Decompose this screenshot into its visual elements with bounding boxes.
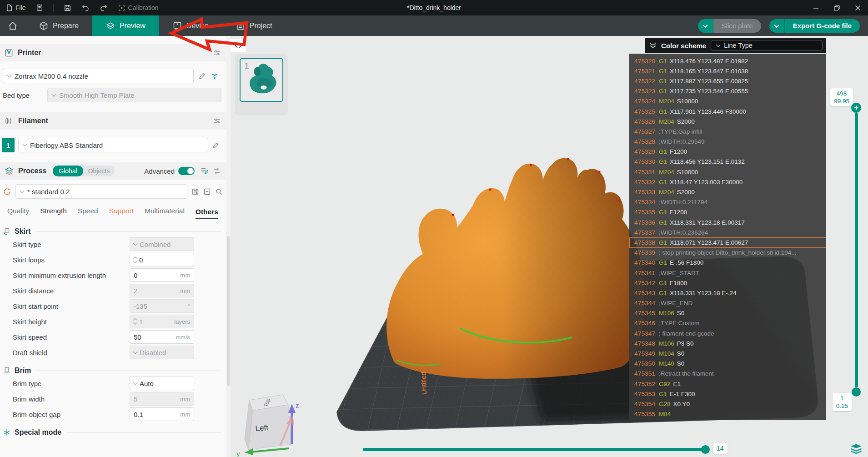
- view-all-settings-icon[interactable]: [200, 167, 208, 175]
- gcode-line[interactable]: 475332G1X118.47 Y123.003 F30000: [629, 177, 826, 187]
- sidebar-scrollbar-thumb[interactable]: [227, 236, 230, 386]
- gcode-line[interactable]: 475354G28X0 Y0: [629, 399, 826, 409]
- gcode-line[interactable]: 475348M106P3 S0: [629, 338, 826, 348]
- search-settings-icon[interactable]: [215, 188, 223, 196]
- param-input[interactable]: -135°: [130, 299, 194, 313]
- close-button[interactable]: [847, 0, 868, 15]
- gcode-line[interactable]: 475330G1X118.456 Y123.151 E.0132: [629, 157, 826, 167]
- gcode-line[interactable]: 475334;WIDTH:0.211794: [629, 197, 826, 207]
- gcode-line[interactable]: 475355M84: [629, 409, 826, 419]
- layer-slider-handle[interactable]: [852, 387, 861, 397]
- param-select[interactable]: Disabled: [130, 346, 194, 359]
- gcode-line[interactable]: 475335G1F1200: [629, 207, 826, 217]
- gcode-line[interactable]: 475324M204S10000: [629, 96, 826, 106]
- scope-global-button[interactable]: Global: [53, 166, 83, 176]
- gcode-line[interactable]: 475349M104S0: [629, 348, 826, 358]
- tab-project[interactable]: Project: [222, 15, 286, 36]
- gcode-line[interactable]: 475345M106S0: [629, 308, 826, 318]
- gcode-line[interactable]: 475331M204S10000: [629, 167, 826, 177]
- calibration-menu[interactable]: Calibration: [118, 4, 159, 12]
- filament-settings-icon[interactable]: [213, 117, 221, 125]
- printed-model[interactable]: [386, 158, 644, 378]
- tab-preview[interactable]: Preview: [92, 15, 159, 36]
- gcode-line[interactable]: 475350M140S0: [629, 359, 826, 369]
- gcode-line[interactable]: 475333M204S2000: [629, 187, 826, 197]
- notes-icon[interactable]: [36, 4, 43, 11]
- edit-filament-icon[interactable]: [212, 141, 220, 149]
- file-menu[interactable]: File: [5, 4, 26, 11]
- gcode-line[interactable]: 475340G1E-.56 F1800: [629, 258, 826, 268]
- gcode-line[interactable]: 475328;WIDTH:0.29549: [629, 137, 826, 147]
- collapse-panel-icon[interactable]: [649, 42, 657, 49]
- param-input[interactable]: 5mm: [130, 392, 194, 406]
- process-tab-others[interactable]: Others: [196, 208, 218, 219]
- line-type-select[interactable]: Line Type: [711, 40, 823, 51]
- param-select[interactable]: Combined: [130, 237, 194, 251]
- sidebar-collapse-handle[interactable]: [231, 39, 246, 52]
- gcode-line[interactable]: 475343G1X118.331 Y123.18 E-.24: [629, 288, 826, 298]
- param-input[interactable]: 50mm/s: [130, 330, 194, 344]
- gcode-line[interactable]: 475346;TYPE:Custom: [629, 318, 826, 328]
- undo-icon[interactable]: [81, 4, 90, 12]
- home-tab[interactable]: [0, 15, 25, 36]
- section-header-brim[interactable]: Brim: [0, 365, 227, 377]
- gcode-line[interactable]: 475341;WIPE_START: [629, 268, 826, 278]
- layer-slider-plus-button[interactable]: +: [851, 103, 861, 113]
- export-gcode-dropdown[interactable]: [769, 19, 785, 33]
- gcode-line[interactable]: 475320G1X118.476 Y123.487 E.01982: [629, 56, 826, 66]
- bed-type-select[interactable]: Smooth High Temp Plate: [47, 88, 221, 102]
- slice-plate-dropdown[interactable]: [698, 19, 713, 33]
- gcode-line[interactable]: 475353G1E-1 F300: [629, 389, 826, 399]
- scope-objects-button[interactable]: Objects: [83, 167, 115, 175]
- nav-cube[interactable]: Left Top: [245, 395, 291, 450]
- gcode-line[interactable]: 475327;TYPE:Gap infill: [629, 126, 826, 136]
- edit-printer-icon[interactable]: [198, 72, 206, 80]
- advanced-toggle[interactable]: [178, 167, 195, 175]
- gcode-line[interactable]: 475342G1F1800: [629, 278, 826, 288]
- save-preset-icon[interactable]: [191, 188, 199, 196]
- redo-icon[interactable]: [100, 4, 108, 12]
- gcode-line[interactable]: 475347; filament end gcode: [629, 328, 826, 338]
- gcode-line[interactable]: 475322G1X117.887 Y123.655 E.00825: [629, 76, 826, 86]
- gcode-line[interactable]: 475351;Retract the filament: [629, 369, 826, 379]
- filament-preset-select[interactable]: Fiberlogy ABS Standard: [18, 138, 208, 152]
- layer-slider-track[interactable]: [855, 113, 858, 387]
- compare-presets-icon[interactable]: [213, 167, 221, 175]
- process-tab-quality[interactable]: Quality: [7, 207, 29, 216]
- layers-view-button[interactable]: [850, 443, 863, 454]
- tab-device[interactable]: Device: [159, 15, 222, 36]
- spinner-arrows-icon[interactable]: [134, 319, 136, 324]
- gcode-line[interactable]: 475338G1X118.071 Y123.471 E.00627: [629, 237, 826, 247]
- wifi-icon[interactable]: [211, 72, 219, 80]
- spinner-arrows-icon[interactable]: [134, 257, 136, 262]
- section-header-special-mode[interactable]: Special mode: [0, 427, 227, 438]
- minimize-button[interactable]: [805, 0, 826, 15]
- gcode-line[interactable]: 475337;WIDTH:0.236264: [629, 227, 826, 237]
- process-tab-support[interactable]: Support: [109, 207, 134, 216]
- export-gcode-button[interactable]: Export G-code file: [785, 19, 860, 33]
- process-tab-strength[interactable]: Strength: [40, 207, 67, 216]
- sidebar-scrollbar[interactable]: [226, 36, 231, 457]
- gcode-line[interactable]: 475352G92E1: [629, 379, 826, 389]
- plate-name-label[interactable]: Untitled: [419, 372, 428, 395]
- param-spinner[interactable]: 1layers: [130, 315, 194, 328]
- reset-preset-icon[interactable]: [3, 187, 11, 196]
- param-spinner[interactable]: 0: [130, 253, 194, 266]
- gcode-line[interactable]: 475321G1X118.165 Y123.647 E.01038: [629, 66, 826, 76]
- gcode-line[interactable]: 475325G1X117.901 Y123.446 F30000: [629, 106, 826, 116]
- param-input[interactable]: 0.1mm: [130, 407, 194, 421]
- save-icon[interactable]: [64, 4, 71, 12]
- move-slider-handle[interactable]: [701, 445, 710, 454]
- section-header-skirt[interactable]: Skirt: [0, 226, 227, 237]
- slice-plate-button[interactable]: Slice plate: [713, 19, 761, 33]
- printer-preset-select[interactable]: Zortrax M200 0.4 nozzle: [3, 69, 194, 83]
- param-input[interactable]: 2mm: [130, 284, 194, 297]
- gcode-line[interactable]: 475336G1X118.331 Y123.18 E.00317: [629, 217, 826, 227]
- process-preset-select[interactable]: * standard 0.2: [15, 184, 187, 199]
- gcode-line[interactable]: 475344;WIPE_END: [629, 298, 826, 308]
- gcode-viewer-panel[interactable]: 475320G1X118.476 Y123.487 E.01982475321G…: [629, 54, 826, 420]
- gcode-line[interactable]: 475326M204S2000: [629, 116, 826, 126]
- collapse-all-icon[interactable]: [203, 188, 211, 196]
- tab-prepare[interactable]: Prepare: [25, 15, 92, 36]
- plate-thumbnail[interactable]: 1: [240, 58, 283, 102]
